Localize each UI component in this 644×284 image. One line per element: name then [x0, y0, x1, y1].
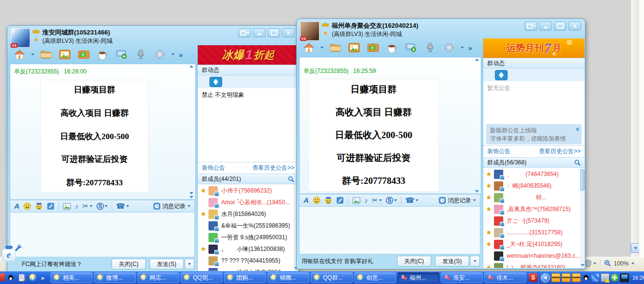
member-row[interactable]: ?? ??? ??(404415955) [198, 255, 294, 266]
voice-icon[interactable] [133, 48, 148, 61]
message-history-button[interactable]: 消息记录 [153, 202, 190, 211]
task-button[interactable]: e QQ群... [311, 272, 353, 283]
message-image[interactable]: 日赚项目群高收入项目 日赚群日最低收入200-500可进群验证后投资群号:207… [40, 80, 149, 193]
member-row[interactable]: ▲ 情侣太拥挤(7356... [198, 266, 294, 271]
group-avatar[interactable]: V3 [300, 21, 320, 41]
phone-icon[interactable]: ☎ [116, 202, 129, 210]
task-button[interactable]: e 福州... [398, 272, 439, 283]
history-announcement-link[interactable]: 查看历史公告>> [539, 147, 581, 156]
home-dropdown[interactable] [321, 47, 323, 49]
search-icon[interactable] [574, 160, 581, 166]
magic-emoticon-icon[interactable] [35, 202, 43, 210]
member-row[interactable]: ★ ,若离真伤™(756298715) [483, 203, 580, 215]
close-button[interactable]: × [568, 21, 581, 31]
close-chat-button[interactable]: 关闭(C) [397, 256, 431, 266]
close-button[interactable]: × [282, 28, 295, 37]
member-scrollbar[interactable] [580, 168, 585, 268]
ie-vertical-scrollbar[interactable] [630, 0, 640, 257]
minimize-button[interactable] [253, 28, 265, 37]
chat-area[interactable]: 单反(723232855) 16:26:00 日赚项目群高收入项目 日赚群日最低… [10, 64, 196, 200]
doodle-icon[interactable] [336, 196, 344, 204]
qq-group-icon[interactable] [551, 273, 560, 282]
qq-penguin-icon[interactable] [582, 274, 590, 282]
member-row[interactable]: ★ ..............(315317758) [483, 227, 580, 238]
group-avatar[interactable]: V3 [11, 28, 30, 48]
decorate-announcement-link[interactable]: 装饰公告 [487, 147, 511, 156]
home-icon[interactable] [302, 41, 316, 54]
coffee-icon[interactable] [95, 48, 110, 61]
images-icon[interactable] [347, 41, 361, 54]
doodle-icon[interactable] [47, 202, 55, 210]
qq-group-icon[interactable] [562, 273, 570, 282]
promo-banner[interactable]: 运势月刊 7 月 [483, 38, 585, 58]
puzzle-icon[interactable] [591, 274, 599, 282]
member-row[interactable]: ★ 、 (746473654) [483, 168, 580, 180]
font-icon[interactable]: A [14, 202, 19, 210]
announcement-icon[interactable] [209, 77, 222, 87]
home-dropdown[interactable] [31, 53, 34, 55]
task-button[interactable]: e 精美... [51, 272, 93, 283]
chat-add-icon[interactable] [404, 41, 418, 54]
emoticon-icon[interactable] [23, 202, 31, 210]
member-row[interactable]: ★ 水月(815864026) [198, 208, 294, 220]
images-icon[interactable] [57, 48, 72, 61]
member-row[interactable]: ★ 韓... [483, 192, 580, 203]
message-history-button[interactable]: 消息记录 [439, 196, 476, 205]
folder-icon[interactable] [328, 41, 342, 54]
chat-scrollbar[interactable] [189, 65, 194, 198]
maximize-button[interactable] [267, 28, 280, 37]
screenshot-icon[interactable]: ✂ [82, 202, 93, 210]
qq-group-window-huaian[interactable]: V3 淮安同城群(105231466) ★ (高级群LV3) 生活休闲-同城 × [7, 25, 299, 272]
ad-text[interactable]: FC网上订餐有烤翅送？ [22, 260, 108, 268]
voice-icon[interactable] [423, 41, 437, 54]
member-row[interactable]: &幸福一生%(2551986395) [198, 220, 294, 231]
collapse-arrow-icon[interactable] [541, 273, 550, 283]
chat-scrollbar[interactable] [474, 58, 480, 193]
member-row[interactable]: 一劳资 9.s拽(249950031) [198, 231, 294, 243]
security-zone-indicator[interactable] [585, 260, 596, 267]
safety-plus-icon[interactable] [611, 274, 619, 282]
search-icon[interactable] [288, 176, 294, 182]
magic-emoticon-icon[interactable] [324, 196, 332, 204]
member-row[interactable]: ★ | 丶,,,稻草(547632160) [483, 262, 580, 268]
journal-icon[interactable] [19, 274, 25, 282]
promo-banner[interactable]: 冰爆 1 折起 [198, 45, 298, 65]
settings-icon[interactable] [152, 48, 167, 61]
decorate-announcement-link[interactable]: 装饰公告 [202, 164, 225, 172]
member-row[interactable]: 亣ご 刂(573479) [483, 215, 580, 227]
coffee-icon[interactable] [385, 41, 399, 54]
panel-toggle-button[interactable] [525, 21, 537, 31]
ad-text[interactable]: 用银联在线支付 首购享好礼 [302, 257, 393, 266]
phone-icon[interactable]: ☎ [405, 196, 418, 204]
send-options-button[interactable] [470, 256, 480, 266]
qq-group-window-fuzhou[interactable]: V3 福州单身聚会交友(162040214) ★ (高级群LV3) 生活休闲-同… [296, 18, 586, 269]
home-icon[interactable] [12, 48, 27, 61]
chat-area[interactable]: 单反(723232855) 16:25:59 日赚项目群高收入项目 日赚群日最低… [299, 57, 481, 194]
image-icon[interactable] [63, 203, 71, 210]
member-row[interactable]: ★ 小伟子(756696232) [198, 185, 294, 196]
announcement-icon[interactable] [495, 70, 508, 80]
history-announcement-link[interactable]: 查看历史公告>> [252, 164, 294, 172]
more-chevron-icon[interactable]: » [41, 274, 44, 282]
qq-group-icon[interactable] [572, 273, 581, 282]
task-button[interactable]: e 网店... [137, 272, 179, 283]
task-button[interactable]: e 猪圈... [267, 272, 309, 283]
more-icon[interactable]: » [468, 44, 472, 52]
image-icon[interactable] [352, 197, 360, 204]
zoom-control[interactable]: 100% [604, 260, 634, 267]
more-icon[interactable]: » [179, 51, 183, 59]
display-icon[interactable] [620, 273, 629, 282]
ie-icon[interactable]: e [29, 274, 37, 282]
folder-icon[interactable] [38, 48, 53, 61]
clock[interactable]: 16:26 [632, 275, 644, 281]
panel-toggle-button[interactable] [238, 28, 251, 37]
task-button[interactable]: e 团购... [224, 272, 266, 283]
super-s-icon[interactable]: Ⓢ [96, 202, 108, 210]
chat-add-icon[interactable] [114, 48, 129, 61]
sogou-s-icon[interactable]: S [529, 273, 537, 282]
settings-dropdown[interactable] [171, 53, 174, 55]
music-icon[interactable]: ♪ [364, 196, 368, 204]
maximize-button[interactable] [554, 21, 567, 31]
send-button[interactable]: 发送(S) [150, 259, 184, 269]
font-icon[interactable]: A [303, 196, 309, 204]
